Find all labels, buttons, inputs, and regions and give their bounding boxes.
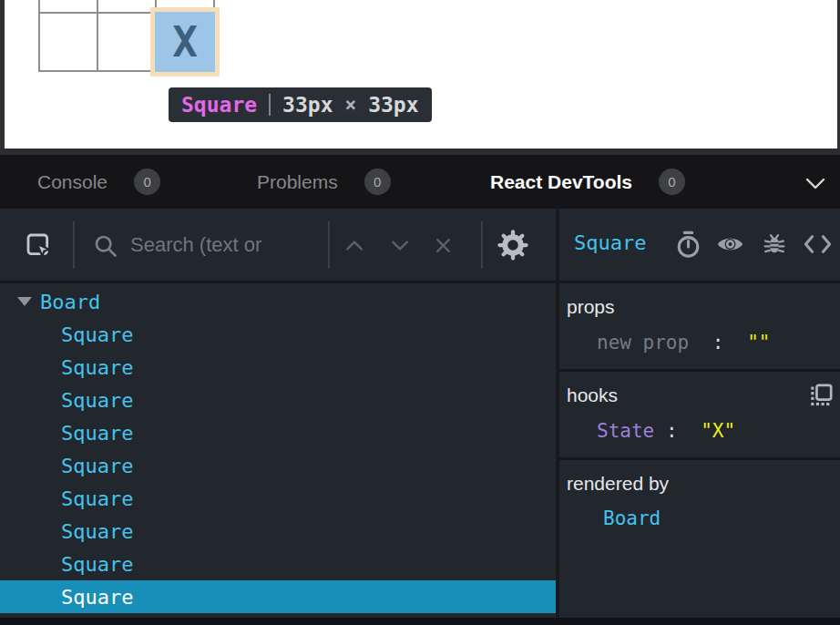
components-toolbar <box>0 209 556 283</box>
search-input[interactable] <box>130 229 323 261</box>
previous-match-button[interactable] <box>344 239 364 255</box>
inspect-element-button[interactable] <box>25 231 54 264</box>
board-cell[interactable] <box>40 14 98 72</box>
rendered-by-owner[interactable]: Board <box>559 507 840 529</box>
board-cell[interactable] <box>98 14 157 72</box>
tree-row-square[interactable]: Square <box>0 318 556 351</box>
tab-count-badge: 0 <box>134 169 160 195</box>
collapse-panel-button[interactable] <box>805 177 825 193</box>
toolbar-divider <box>328 221 330 269</box>
tooltip-divider <box>269 94 271 116</box>
board-cell[interactable] <box>40 0 98 14</box>
tree-row-square[interactable]: Square <box>0 351 556 384</box>
copy-square-icon <box>809 383 834 407</box>
toolbar-divider <box>481 221 483 269</box>
bug-icon <box>762 231 787 258</box>
search-icon <box>93 233 118 262</box>
tree-row-square[interactable]: Square <box>0 416 556 449</box>
state-hook-row[interactable]: State : "X" <box>559 420 840 442</box>
caret-down-icon[interactable] <box>17 297 32 306</box>
gear-icon <box>497 230 528 261</box>
tab-console[interactable]: Console0 <box>37 155 160 209</box>
square-value: X <box>172 17 198 67</box>
bottom-bar <box>0 618 840 625</box>
stopwatch-icon <box>675 231 702 259</box>
rendered-by-section: rendered by Board <box>559 460 840 545</box>
eye-icon <box>716 234 744 254</box>
component-name: Square <box>61 586 133 609</box>
chevron-down-icon <box>805 178 825 190</box>
inspect-element-icon <box>25 231 54 261</box>
tooltip-width: 33px <box>282 93 333 117</box>
tooltip-height: 33px <box>368 93 418 117</box>
inspect-tooltip: Square 33px × 33px <box>169 87 432 122</box>
tree-row-square[interactable]: Square <box>0 580 556 613</box>
board-cell[interactable] <box>98 0 157 14</box>
react-devtools-panel: BoardSquareSquareSquareSquareSquareSquar… <box>0 209 840 618</box>
component-name: Square <box>61 520 133 543</box>
suspend-toggle-button[interactable] <box>675 231 702 262</box>
tree-row-square[interactable]: Square <box>0 515 556 548</box>
tooltip-component-name: Square <box>181 93 257 117</box>
key-value-colon: : <box>666 420 678 442</box>
inspector-header: Square <box>559 209 840 283</box>
inspected-component-name: Square <box>574 231 646 254</box>
panel-top-strip <box>0 149 840 155</box>
component-name: Square <box>61 455 133 477</box>
page-viewport: X Square 33px × 33px <box>0 0 840 149</box>
screen: X Square 33px × 33px Console0Problems0Re… <box>0 0 840 625</box>
tab-count-badge: 0 <box>659 169 685 195</box>
component-name: Square <box>61 356 133 379</box>
settings-button[interactable] <box>497 230 528 264</box>
parse-hook-names-button[interactable] <box>809 383 834 411</box>
tree-row-square[interactable]: Square <box>0 449 556 482</box>
window-left-edge <box>0 0 5 149</box>
view-source-button[interactable] <box>804 234 832 258</box>
component-name: Square <box>61 422 133 445</box>
hook-name: State <box>597 420 654 442</box>
hook-value[interactable]: "X" <box>701 420 735 442</box>
tree-row-square[interactable]: Square <box>0 384 556 416</box>
hooks-section-title: hooks <box>559 384 840 406</box>
tree-row-square[interactable]: Square <box>0 482 556 515</box>
tab-label: React DevTools <box>490 171 632 193</box>
devtools-tab-bar: Console0Problems0React DevTools0 <box>0 155 840 209</box>
tab-label: Console <box>37 171 108 193</box>
chevron-down-icon <box>390 239 410 251</box>
components-tree-pane: BoardSquareSquareSquareSquareSquareSquar… <box>0 209 556 618</box>
props-section-title: props <box>559 296 840 318</box>
tab-react-devtools[interactable]: React DevTools0 <box>490 155 685 209</box>
inspect-highlight-content: X <box>155 12 215 72</box>
chevron-up-icon <box>344 239 364 251</box>
component-name: Square <box>61 389 133 412</box>
inspector-pane: Square <box>559 209 840 618</box>
board-cell-highlighted[interactable]: X <box>157 14 215 72</box>
inspect-dom-button[interactable] <box>716 234 744 258</box>
log-component-button[interactable] <box>762 231 787 261</box>
component-name: Board <box>40 291 100 313</box>
next-match-button[interactable] <box>390 239 410 255</box>
tab-problems[interactable]: Problems0 <box>257 155 391 209</box>
tab-count-badge: 0 <box>364 169 391 195</box>
new-prop-row[interactable]: new prop : "" <box>559 332 840 353</box>
toolbar-divider <box>73 221 75 269</box>
close-icon <box>434 236 453 255</box>
new-prop-key-input[interactable]: new prop <box>597 332 689 353</box>
tooltip-times: × <box>344 94 356 116</box>
new-prop-value-input[interactable]: "" <box>747 332 770 353</box>
component-name: Square <box>61 487 133 510</box>
components-tree: BoardSquareSquareSquareSquareSquareSquar… <box>0 283 556 618</box>
hooks-section: hooks State : "X" <box>559 372 840 460</box>
board-row: X <box>40 14 215 72</box>
rendered-by-title: rendered by <box>559 473 840 495</box>
component-name: Square <box>61 553 133 576</box>
component-name: Square <box>61 323 133 346</box>
tree-row-board[interactable]: Board <box>0 285 556 318</box>
clear-search-button[interactable] <box>434 236 453 259</box>
tic-tac-toe-board: X <box>38 0 215 72</box>
props-section: props new prop : "" <box>559 283 840 372</box>
tree-row-square[interactable]: Square <box>0 548 556 580</box>
tab-label: Problems <box>257 171 338 193</box>
inspect-highlight-padding: X <box>150 7 220 77</box>
key-value-colon: : <box>712 332 724 353</box>
